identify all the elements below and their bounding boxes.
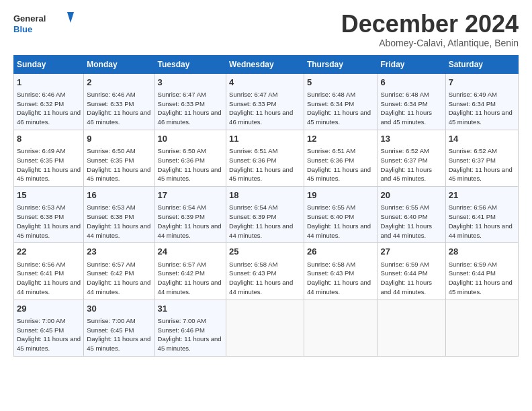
day-number: 23: [87, 246, 151, 258]
day-number: 13: [381, 133, 443, 145]
calendar-cell: 1Sunrise: 6:46 AMSunset: 6:32 PMDaylight…: [14, 73, 84, 130]
day-number: 2: [87, 77, 151, 89]
calendar-cell: [378, 300, 445, 356]
calendar-cell: 27Sunrise: 6:59 AMSunset: 6:44 PMDayligh…: [378, 243, 445, 300]
calendar-cell: [304, 300, 378, 356]
cell-content: Sunrise: 6:49 AMSunset: 6:34 PMDaylight:…: [449, 90, 515, 127]
day-number: 4: [229, 77, 301, 89]
svg-text:Blue: Blue: [13, 24, 32, 34]
calendar-cell: 18Sunrise: 6:54 AMSunset: 6:39 PMDayligh…: [226, 187, 304, 243]
svg-text:General: General: [13, 13, 46, 24]
day-number: 5: [307, 77, 375, 89]
calendar-cell: 13Sunrise: 6:52 AMSunset: 6:37 PMDayligh…: [378, 130, 445, 186]
svg-marker-2: [67, 12, 74, 23]
day-number: 28: [449, 246, 515, 258]
title-area: December 2024 Abomey-Calavi, Atlantique,…: [341, 11, 519, 48]
col-thursday: Thursday: [304, 55, 378, 73]
cell-content: Sunrise: 7:00 AMSunset: 6:45 PMDaylight:…: [87, 316, 151, 353]
cell-content: Sunrise: 6:59 AMSunset: 6:44 PMDaylight:…: [381, 260, 443, 297]
col-friday: Friday: [378, 55, 445, 73]
cell-content: Sunrise: 6:53 AMSunset: 6:38 PMDaylight:…: [17, 203, 81, 240]
cell-content: Sunrise: 6:47 AMSunset: 6:33 PMDaylight:…: [229, 90, 301, 127]
cell-content: Sunrise: 6:46 AMSunset: 6:33 PMDaylight:…: [87, 90, 151, 127]
cell-content: Sunrise: 6:58 AMSunset: 6:43 PMDaylight:…: [229, 260, 301, 297]
day-number: 29: [17, 303, 81, 315]
day-number: 30: [87, 303, 151, 315]
cell-content: Sunrise: 6:51 AMSunset: 6:36 PMDaylight:…: [307, 146, 375, 183]
day-number: 6: [381, 77, 443, 89]
cell-content: Sunrise: 7:00 AMSunset: 6:46 PMDaylight:…: [158, 316, 224, 353]
calendar-subtitle: Abomey-Calavi, Atlantique, Benin: [341, 38, 519, 48]
cell-content: Sunrise: 6:50 AMSunset: 6:35 PMDaylight:…: [87, 146, 151, 183]
day-number: 18: [229, 189, 301, 201]
calendar-cell: 5Sunrise: 6:48 AMSunset: 6:34 PMDaylight…: [304, 73, 378, 130]
week-row-1: 1Sunrise: 6:46 AMSunset: 6:32 PMDaylight…: [14, 73, 519, 130]
calendar-cell: 6Sunrise: 6:48 AMSunset: 6:34 PMDaylight…: [378, 73, 445, 130]
calendar-cell: 8Sunrise: 6:49 AMSunset: 6:35 PMDaylight…: [14, 130, 84, 186]
week-row-2: 8Sunrise: 6:49 AMSunset: 6:35 PMDaylight…: [14, 130, 519, 186]
day-number: 27: [381, 246, 443, 258]
logo-icon: General Blue: [13, 11, 74, 38]
day-number: 19: [307, 189, 375, 201]
day-number: 14: [449, 133, 515, 145]
calendar-cell: 2Sunrise: 6:46 AMSunset: 6:33 PMDaylight…: [84, 73, 154, 130]
header: General Blue December 2024 Abomey-Calavi…: [13, 11, 519, 48]
col-wednesday: Wednesday: [226, 55, 304, 73]
cell-content: Sunrise: 6:50 AMSunset: 6:36 PMDaylight:…: [158, 146, 224, 183]
day-number: 10: [158, 133, 224, 145]
day-number: 24: [158, 246, 224, 258]
calendar-cell: 16Sunrise: 6:53 AMSunset: 6:38 PMDayligh…: [84, 187, 154, 243]
week-row-4: 22Sunrise: 6:56 AMSunset: 6:41 PMDayligh…: [14, 243, 519, 300]
calendar-cell: 3Sunrise: 6:47 AMSunset: 6:33 PMDaylight…: [154, 73, 226, 130]
page: General Blue December 2024 Abomey-Calavi…: [0, 0, 532, 367]
cell-content: Sunrise: 6:49 AMSunset: 6:35 PMDaylight:…: [17, 146, 81, 183]
calendar-cell: [226, 300, 304, 356]
day-number: 31: [158, 303, 224, 315]
calendar-cell: 30Sunrise: 7:00 AMSunset: 6:45 PMDayligh…: [84, 300, 154, 356]
calendar-cell: 25Sunrise: 6:58 AMSunset: 6:43 PMDayligh…: [226, 243, 304, 300]
cell-content: Sunrise: 6:55 AMSunset: 6:40 PMDaylight:…: [381, 203, 443, 240]
calendar-cell: 9Sunrise: 6:50 AMSunset: 6:35 PMDaylight…: [84, 130, 154, 186]
calendar-cell: 26Sunrise: 6:58 AMSunset: 6:43 PMDayligh…: [304, 243, 378, 300]
cell-content: Sunrise: 6:48 AMSunset: 6:34 PMDaylight:…: [381, 90, 443, 127]
cell-content: Sunrise: 7:00 AMSunset: 6:45 PMDaylight:…: [17, 316, 81, 353]
cell-content: Sunrise: 6:47 AMSunset: 6:33 PMDaylight:…: [158, 90, 224, 127]
day-number: 16: [87, 189, 151, 201]
cell-content: Sunrise: 6:59 AMSunset: 6:44 PMDaylight:…: [449, 260, 515, 297]
col-monday: Monday: [84, 55, 154, 73]
calendar-cell: [445, 300, 518, 356]
day-number: 17: [158, 189, 224, 201]
header-row: Sunday Monday Tuesday Wednesday Thursday…: [14, 55, 519, 73]
day-number: 25: [229, 246, 301, 258]
logo: General Blue: [13, 11, 74, 38]
cell-content: Sunrise: 6:55 AMSunset: 6:40 PMDaylight:…: [307, 203, 375, 240]
calendar-cell: 12Sunrise: 6:51 AMSunset: 6:36 PMDayligh…: [304, 130, 378, 186]
calendar-cell: 21Sunrise: 6:56 AMSunset: 6:41 PMDayligh…: [445, 187, 518, 243]
day-number: 9: [87, 133, 151, 145]
day-number: 8: [17, 133, 81, 145]
calendar-cell: 20Sunrise: 6:55 AMSunset: 6:40 PMDayligh…: [378, 187, 445, 243]
calendar-cell: 31Sunrise: 7:00 AMSunset: 6:46 PMDayligh…: [154, 300, 226, 356]
calendar-cell: 4Sunrise: 6:47 AMSunset: 6:33 PMDaylight…: [226, 73, 304, 130]
calendar-cell: 19Sunrise: 6:55 AMSunset: 6:40 PMDayligh…: [304, 187, 378, 243]
calendar-cell: 7Sunrise: 6:49 AMSunset: 6:34 PMDaylight…: [445, 73, 518, 130]
cell-content: Sunrise: 6:57 AMSunset: 6:42 PMDaylight:…: [87, 260, 151, 297]
day-number: 7: [449, 77, 515, 89]
cell-content: Sunrise: 6:56 AMSunset: 6:41 PMDaylight:…: [449, 203, 515, 240]
day-number: 1: [17, 77, 81, 89]
cell-content: Sunrise: 6:57 AMSunset: 6:42 PMDaylight:…: [158, 260, 224, 297]
day-number: 12: [307, 133, 375, 145]
cell-content: Sunrise: 6:53 AMSunset: 6:38 PMDaylight:…: [87, 203, 151, 240]
cell-content: Sunrise: 6:58 AMSunset: 6:43 PMDaylight:…: [307, 260, 375, 297]
calendar-cell: 24Sunrise: 6:57 AMSunset: 6:42 PMDayligh…: [154, 243, 226, 300]
cell-content: Sunrise: 6:51 AMSunset: 6:36 PMDaylight:…: [229, 146, 301, 183]
calendar-cell: 28Sunrise: 6:59 AMSunset: 6:44 PMDayligh…: [445, 243, 518, 300]
cell-content: Sunrise: 6:56 AMSunset: 6:41 PMDaylight:…: [17, 260, 81, 297]
week-row-3: 15Sunrise: 6:53 AMSunset: 6:38 PMDayligh…: [14, 187, 519, 243]
calendar-table: Sunday Monday Tuesday Wednesday Thursday…: [13, 55, 519, 357]
day-number: 3: [158, 77, 224, 89]
calendar-cell: 14Sunrise: 6:52 AMSunset: 6:37 PMDayligh…: [445, 130, 518, 186]
day-number: 21: [449, 189, 515, 201]
day-number: 11: [229, 133, 301, 145]
col-saturday: Saturday: [445, 55, 518, 73]
